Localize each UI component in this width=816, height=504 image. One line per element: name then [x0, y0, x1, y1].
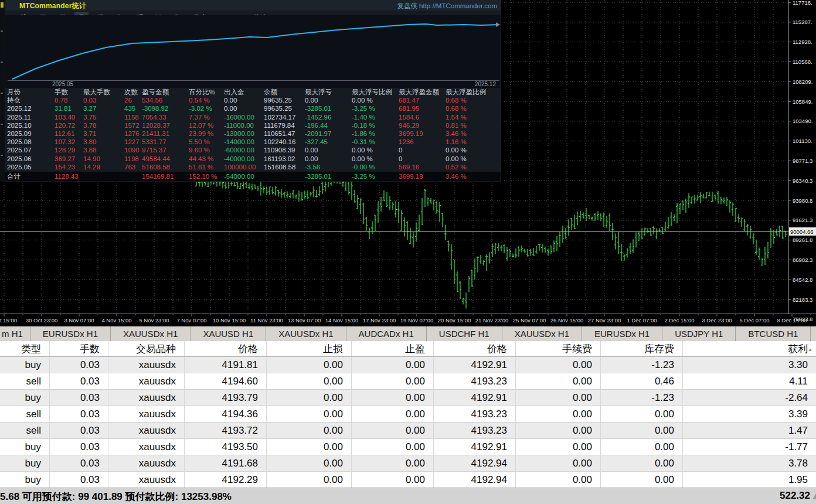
stats-cell: 2025.12 — [7, 104, 55, 113]
stats-cell: -11000.00 — [224, 121, 264, 130]
stats-cell: -1.86 % — [352, 130, 399, 138]
stats-cell: 2025.09 — [7, 130, 55, 138]
time-axis-label: 26 Nov 15:00 — [550, 317, 584, 323]
positions-header-cell: 手数 — [50, 341, 108, 356]
symbol-tab-3[interactable]: XAUUSDx H1 — [111, 326, 191, 341]
stats-cell: 44.43 % — [189, 155, 224, 163]
price-axis-label: 86902.3 — [793, 257, 812, 263]
strip-mark — [1, 2, 4, 8]
stats-cell: -54000.00 — [224, 172, 264, 181]
positions-cell: buy — [0, 472, 50, 488]
positions-cell: 4193.23 — [434, 423, 516, 439]
stats-cell: -14000.00 — [224, 138, 264, 146]
status-profit-value: 522.32 — [780, 490, 810, 502]
stats-cell: 1572 — [124, 121, 142, 130]
stats-panel-title: MTCommander统计 — [19, 1, 86, 11]
symbol-tab-6[interactable]: AUDCADx H1 — [346, 326, 427, 341]
stats-cell: 103.40 — [55, 113, 83, 121]
stats-cell: 0.00 % — [446, 155, 501, 163]
symbol-tab-2[interactable]: EURUSDx H1 — [30, 326, 111, 341]
positions-cell: 4192.91 — [434, 390, 516, 406]
stats-cell: -40000.00 — [224, 155, 264, 163]
symbol-tab-10[interactable]: USDJPY H1 — [662, 326, 736, 341]
strip-mark — [1, 124, 3, 125]
positions-cell: 0.00 — [352, 373, 434, 390]
stats-panel-titlebar[interactable]: MTCommander统计 复盘侠 http://MTCommander.com — [5, 0, 501, 11]
stats-cell: -0.00 % — [352, 163, 399, 171]
positions-row-4[interactable]: sell0.03xauusdx4194.360.000.004193.230.0… — [0, 406, 816, 423]
stats-cell: 5331.77 — [142, 138, 189, 146]
time-axis-label: 17 Nov 23:00 — [363, 317, 396, 323]
stats-cell: 681.95 — [399, 104, 446, 113]
stats-cell: 2025.11 — [7, 113, 55, 121]
positions-cell: 0.00 — [516, 423, 601, 439]
positions-cell: 4194.60 — [185, 373, 267, 390]
symbol-tab-5[interactable]: XAUUSDx H1 — [266, 326, 346, 341]
positions-header-cell: 止损 — [267, 341, 352, 356]
symbol-tab-8[interactable]: XAUUSDx H1 — [502, 326, 582, 341]
stats-cell: 0.03 — [83, 96, 124, 104]
positions-cell: 0.00 — [352, 472, 434, 488]
stats-cell: 0.81 % — [446, 121, 501, 130]
stats-cell: 112.61 — [55, 130, 83, 138]
stats-cell — [83, 172, 124, 181]
stats-cell: 154169.81 — [142, 172, 189, 181]
positions-cell: sell — [0, 423, 50, 439]
stats-cell: 99635.25 — [264, 104, 305, 113]
scroll-up-icon[interactable]: ▲ — [808, 347, 812, 352]
stats-cell: 12.07 % — [189, 121, 224, 130]
positions-cell: 0.00 — [516, 357, 601, 373]
positions-row-1[interactable]: buy0.03xauusdx4191.810.000.004192.910.00… — [0, 357, 816, 373]
stats-row-6: 2025.08107.323.8012275331.775.50 %-14000… — [5, 138, 501, 146]
stats-cell: 99635.25 — [264, 96, 305, 104]
stats-cell: -3.25 % — [352, 104, 399, 113]
stats-cell: 21411.31 — [142, 130, 189, 138]
stats-cell: 3.71 — [83, 130, 124, 138]
symbol-tab-1[interactable]: m H1 — [0, 326, 30, 341]
time-axis-label: 14 Nov 15:00 — [325, 317, 359, 323]
stats-cell: 9715.37 — [142, 146, 189, 154]
stats-cell: 余额 — [264, 88, 305, 96]
positions-row-3[interactable]: buy0.03xauusdx4193.790.000.004192.910.00… — [0, 390, 816, 406]
positions-cell: 0.00 — [516, 472, 601, 488]
stats-cell: 0.00 — [224, 104, 264, 113]
symbol-tab-9[interactable]: EURUSDx H1 — [582, 326, 662, 341]
positions-cell: -1.23 — [601, 390, 683, 406]
positions-cell: 0.00 — [267, 373, 352, 390]
stats-cell: 0 — [399, 155, 446, 163]
stats-panel-brand-link[interactable]: 复盘侠 http://MTCommander.com — [397, 2, 497, 11]
stats-cell: 最大浮亏 — [305, 88, 352, 96]
symbol-tab-7[interactable]: USDCHF H1 — [427, 326, 502, 341]
window-left-strip — [0, 0, 5, 182]
positions-cell: buy — [0, 455, 50, 472]
positions-row-6[interactable]: buy0.03xauusdx4193.500.000.004192.910.00… — [0, 439, 816, 455]
stats-cell: -3.56 — [305, 163, 352, 171]
stats-cell: 12028.37 — [142, 121, 189, 130]
stats-cell: -1.40 % — [352, 113, 399, 121]
positions-row-2[interactable]: sell0.03xauusdx4194.600.000.004193.230.0… — [0, 373, 816, 390]
time-axis-label: 19 Nov 07:00 — [400, 317, 434, 323]
positions-cell: 0.00 — [352, 406, 434, 423]
positions-cell: xauusdx — [108, 439, 185, 455]
stats-table: 月份手数最大手数次数盈亏金额百分比%出入金余额最大浮亏最大浮亏比例最大浮盈金额最… — [5, 88, 501, 182]
symbol-tab-11[interactable]: BTCUSD H1 — [736, 326, 811, 341]
stats-cell: 1198 — [124, 155, 142, 163]
stats-cell: 1584.6 — [399, 113, 446, 121]
time-axis-label: t 15:00 — [0, 317, 17, 323]
positions-row-8[interactable]: buy0.03xauusdx4192.290.000.004192.940.00… — [0, 472, 816, 488]
positions-cell: 0.03 — [50, 423, 108, 439]
price-axis-label: 112928. — [793, 39, 812, 45]
stats-cell: -2091.97 — [305, 130, 352, 138]
stats-cell: 100000.00 — [224, 163, 264, 171]
resize-grip-icon[interactable] — [812, 493, 816, 499]
positions-row-5[interactable]: sell0.03xauusdx4193.720.000.004193.230.0… — [0, 423, 816, 439]
positions-cell: 0.00 — [267, 357, 352, 373]
positions-row-7[interactable]: buy0.03xauusdx4191.680.000.004192.940.00… — [0, 455, 816, 472]
stats-cell: 0.68 % — [446, 104, 501, 113]
symbol-tab-4[interactable]: XAUUSD H1 — [191, 326, 266, 341]
stats-cell: -1452.96 — [305, 113, 352, 121]
time-axis-label: 3 Nov 07:00 — [64, 317, 94, 323]
stats-row-1: 持仓0.780.0326534.560.54 %0.0099635.250.00… — [5, 96, 501, 104]
positions-cell: 0.00 — [267, 455, 352, 472]
positions-cell: 0.00 — [516, 390, 601, 406]
